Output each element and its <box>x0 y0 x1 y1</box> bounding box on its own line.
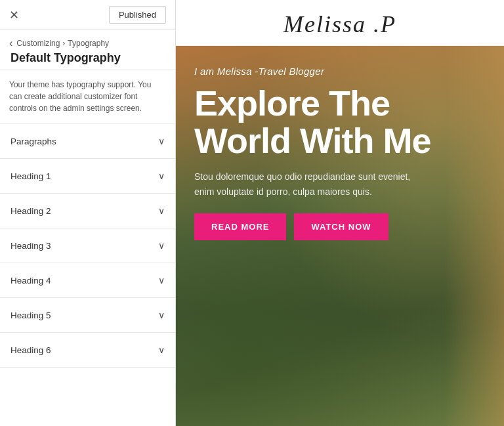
published-button[interactable]: Published <box>109 6 166 24</box>
accordion-item-3[interactable]: Heading 3∨ <box>0 228 175 263</box>
breadcrumb-section-label: Typography <box>68 39 109 48</box>
right-panel: Melissa .P I am Melissa -Travel Blogger … <box>176 0 504 426</box>
hero-description: Stou doloremque quo odio repudiandae sun… <box>194 169 417 199</box>
hero-title-line1: Explore The <box>194 83 390 123</box>
hero-buttons: READ MORE WATCH NOW <box>194 213 486 240</box>
chevron-down-icon-4: ∨ <box>158 275 165 286</box>
accordion-item-2[interactable]: Heading 2∨ <box>0 194 175 228</box>
section-title: Default Typography <box>9 51 166 65</box>
hero-section: I am Melissa -Travel Blogger Explore The… <box>176 46 504 426</box>
accordion-item-6[interactable]: Heading 6∨ <box>0 333 175 368</box>
accordion-label-0: Paragraphs <box>10 137 56 146</box>
blog-name: Melissa .P <box>284 11 396 38</box>
accordion-label-2: Heading 2 <box>10 206 51 216</box>
chevron-down-icon-6: ∨ <box>158 345 165 355</box>
accordion-label-4: Heading 4 <box>10 276 51 286</box>
chevron-down-icon-0: ∨ <box>158 136 165 146</box>
accordion-item-4[interactable]: Heading 4∨ <box>0 263 175 298</box>
breadcrumb-section: ‹ Customizing › Typography Default Typog… <box>0 30 175 70</box>
accordion-item-1[interactable]: Heading 1∨ <box>0 159 175 194</box>
close-button[interactable]: ✕ <box>9 9 19 21</box>
blog-header: Melissa .P <box>176 0 504 46</box>
hero-title: Explore The World With Me <box>194 85 486 159</box>
accordion-header-2[interactable]: Heading 2∨ <box>0 194 175 228</box>
back-button[interactable]: ‹ <box>9 38 12 49</box>
accordion-label-5: Heading 5 <box>10 310 51 320</box>
accordion-header-1[interactable]: Heading 1∨ <box>0 159 175 193</box>
chevron-down-icon-3: ∨ <box>158 240 165 251</box>
hero-title-line2: World With Me <box>194 121 430 160</box>
accordion-header-0[interactable]: Paragraphs∨ <box>0 124 175 158</box>
accordion-label-6: Heading 6 <box>10 345 51 355</box>
breadcrumb: ‹ Customizing › Typography <box>9 38 166 49</box>
accordion-header-4[interactable]: Heading 4∨ <box>0 263 175 297</box>
accordion-header-3[interactable]: Heading 3∨ <box>0 228 175 263</box>
chevron-down-icon-1: ∨ <box>158 171 165 181</box>
read-more-button[interactable]: READ MORE <box>194 213 286 240</box>
accordion-item-0[interactable]: Paragraphs∨ <box>0 124 175 159</box>
chevron-down-icon-2: ∨ <box>158 205 165 216</box>
accordion-header-6[interactable]: Heading 6∨ <box>0 333 175 367</box>
accordion-list: Paragraphs∨Heading 1∨Heading 2∨Heading 3… <box>0 124 175 426</box>
hero-content: I am Melissa -Travel Blogger Explore The… <box>176 46 504 253</box>
chevron-down-icon-5: ∨ <box>158 310 165 320</box>
hero-subtitle: I am Melissa -Travel Blogger <box>194 66 486 77</box>
accordion-label-3: Heading 3 <box>10 241 51 251</box>
breadcrumb-separator: › <box>62 39 65 48</box>
left-panel: ✕ Published ‹ Customizing › Typography D… <box>0 0 176 426</box>
info-text: Your theme has typography support. You c… <box>0 70 175 124</box>
accordion-item-5[interactable]: Heading 5∨ <box>0 298 175 333</box>
watch-now-button[interactable]: WATCH NOW <box>294 213 388 240</box>
accordion-label-1: Heading 1 <box>10 171 51 181</box>
top-bar: ✕ Published <box>0 0 175 30</box>
accordion-header-5[interactable]: Heading 5∨ <box>0 298 175 332</box>
breadcrumb-prefix: Customizing <box>16 39 60 48</box>
